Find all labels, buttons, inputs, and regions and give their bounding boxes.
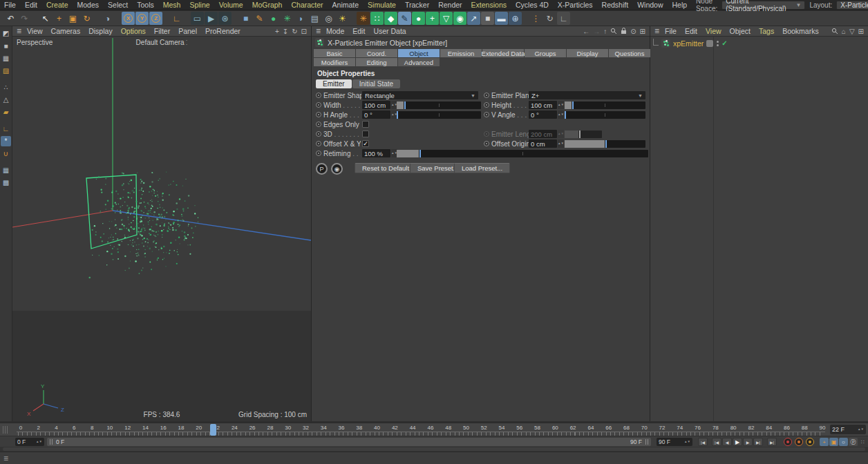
offset-origin-input[interactable]: 0 cm	[529, 139, 557, 148]
floor-sky-icon[interactable]: ▤	[308, 12, 321, 25]
anim-dot[interactable]	[316, 122, 321, 127]
object-menu-object[interactable]: Object	[730, 27, 751, 35]
menu-mograph[interactable]: MoGraph	[252, 1, 283, 9]
attribute-menu-mode[interactable]: Mode	[326, 27, 344, 35]
status-menu-icon[interactable]: ≡	[3, 454, 8, 463]
xp-editor-icon[interactable]: ✎	[398, 12, 411, 25]
goto-end-button[interactable]: ▶|	[767, 438, 777, 446]
goto-start-button[interactable]: |◀	[698, 438, 708, 446]
anim-dot[interactable]	[484, 102, 489, 108]
emitter-shape-select[interactable]: Rectangle▼	[362, 91, 478, 99]
enabled-check-icon[interactable]: ✓	[721, 39, 727, 47]
camera-label[interactable]: Default Camera ⁚	[12, 39, 311, 46]
home-icon[interactable]: ⌂	[842, 28, 846, 35]
range-end-field[interactable]: 90 F▲▼	[657, 438, 692, 446]
pen-spline-icon[interactable]: ✎	[253, 12, 266, 25]
keying-position-toggle[interactable]: +	[820, 438, 829, 446]
viewport-menu-view[interactable]: View	[27, 27, 43, 35]
range-grip-left[interactable]	[50, 439, 53, 445]
menu-cycles-4d[interactable]: Cycles 4D	[516, 1, 549, 9]
viewport-menu-filter[interactable]: Filter	[154, 27, 170, 35]
v-angle-input[interactable]: 0 °	[529, 110, 557, 119]
horizontal-scrollbar[interactable]	[0, 447, 868, 452]
keyframe-selection-button[interactable]	[806, 438, 814, 446]
layer-toggle[interactable]	[706, 40, 713, 47]
xp-cross-icon[interactable]: +	[426, 12, 439, 25]
xp-logo-button[interactable]: P	[316, 163, 328, 175]
new-panel-icon[interactable]: ⊞	[858, 28, 864, 35]
current-frame-field[interactable]: 22 F▲▼	[830, 425, 866, 434]
menu-spline[interactable]: Spline	[189, 1, 209, 9]
spinner[interactable]: ▲▼	[558, 101, 564, 109]
attribute-menu-icon[interactable]: ≡	[316, 26, 321, 36]
tab-advanced[interactable]: Advanced	[398, 58, 440, 66]
render-picture-viewer-icon[interactable]: ▶	[205, 12, 218, 25]
viewport-canvas[interactable]: Y X Z Perspective Default Camera ⁚ FPS :…	[12, 37, 311, 421]
workplane-icon[interactable]: ∟	[557, 12, 570, 25]
xp-group-icon[interactable]: ∷	[370, 12, 384, 25]
object-menu-view[interactable]: View	[706, 27, 721, 35]
xp-leaf-icon[interactable]: ◉	[453, 12, 466, 25]
xp-camera-button[interactable]: ◉	[331, 163, 343, 175]
emitter-wireframe[interactable]	[86, 175, 137, 249]
tab-display[interactable]: Display	[567, 49, 608, 57]
scene-camera-icon[interactable]: ◎	[322, 12, 335, 25]
menu-select[interactable]: Select	[108, 1, 128, 9]
xp-link-icon[interactable]: ↗	[467, 12, 480, 25]
menu-mesh[interactable]: Mesh	[163, 1, 181, 9]
live-selection-icon[interactable]: ↖	[39, 12, 52, 25]
play-button[interactable]: ▶	[733, 438, 742, 446]
rotate-view-icon[interactable]: ↻	[292, 28, 297, 35]
retiming-slider[interactable]	[397, 150, 648, 157]
refresh-icon[interactable]: ↻	[543, 12, 556, 25]
focus-icon[interactable]: ⊙	[630, 28, 636, 35]
keying-pla-toggle[interactable]: ∷	[858, 438, 867, 446]
menu-tools[interactable]: Tools	[137, 1, 154, 9]
axis-mode-icon[interactable]: ∟	[1, 124, 11, 134]
anim-dot[interactable]	[316, 131, 321, 137]
object-menu-file[interactable]: File	[665, 27, 677, 35]
history-forward-icon[interactable]: →	[593, 28, 600, 35]
h-angle-input[interactable]: 0 °	[362, 110, 390, 119]
3d-checkbox[interactable]	[362, 130, 369, 137]
model-mode-icon[interactable]: ■	[1, 41, 11, 51]
xp-emitter-icon[interactable]: ✳	[357, 12, 370, 25]
next-key-button[interactable]: ▶|	[753, 438, 763, 446]
pan-view-icon[interactable]: +	[275, 28, 279, 35]
xp-sphere-icon[interactable]: ●	[412, 12, 425, 25]
workplane-grid-icon[interactable]: ▦	[1, 165, 11, 175]
search-icon[interactable]	[831, 28, 838, 35]
toggle-view-icon[interactable]: ⊡	[301, 28, 307, 35]
menu-simulate[interactable]: Simulate	[368, 1, 396, 9]
scrollbar-handle[interactable]	[3, 447, 865, 451]
anim-dot[interactable]	[316, 93, 321, 98]
xp-target-icon[interactable]: ⊕	[509, 12, 522, 25]
v-angle-slider[interactable]	[565, 111, 645, 119]
search-icon[interactable]	[610, 28, 617, 35]
workplane-lock-icon[interactable]: ▩	[1, 177, 11, 188]
tab-coord[interactable]: Coord.	[356, 49, 397, 57]
anim-dot[interactable]	[484, 141, 489, 146]
scale-tool-icon[interactable]: ▣	[66, 12, 79, 25]
record-keyframe-button[interactable]	[784, 438, 792, 446]
spinner[interactable]: ▲▼	[558, 110, 564, 119]
psr-keys-icon[interactable]: ⋮	[529, 12, 542, 25]
menu-volume[interactable]: Volume	[219, 1, 243, 9]
object-menu-edit[interactable]: Edit	[685, 27, 697, 35]
tab-basic[interactable]: Basic	[314, 49, 355, 57]
fields-icon[interactable]: ◗	[294, 12, 308, 25]
keying-scale-toggle[interactable]: ▣	[829, 438, 838, 446]
object-menu-tags[interactable]: Tags	[759, 27, 774, 35]
viewport-menu-icon[interactable]: ≡	[17, 26, 21, 36]
ruler-grab-handle[interactable]	[3, 426, 8, 434]
anim-dot[interactable]	[316, 141, 321, 146]
menu-extensions[interactable]: Extensions	[471, 1, 507, 9]
subtab-emitter[interactable]: Emitter	[316, 79, 352, 88]
filter-icon[interactable]: ▽	[849, 28, 855, 35]
height-input[interactable]: 100 cm	[529, 101, 557, 109]
snap-icon[interactable]: *	[1, 136, 11, 146]
anim-dot[interactable]	[316, 112, 321, 117]
anim-dot[interactable]	[316, 102, 321, 108]
menu-window[interactable]: Window	[637, 1, 663, 9]
spinner[interactable]: ▲▼	[558, 139, 564, 148]
